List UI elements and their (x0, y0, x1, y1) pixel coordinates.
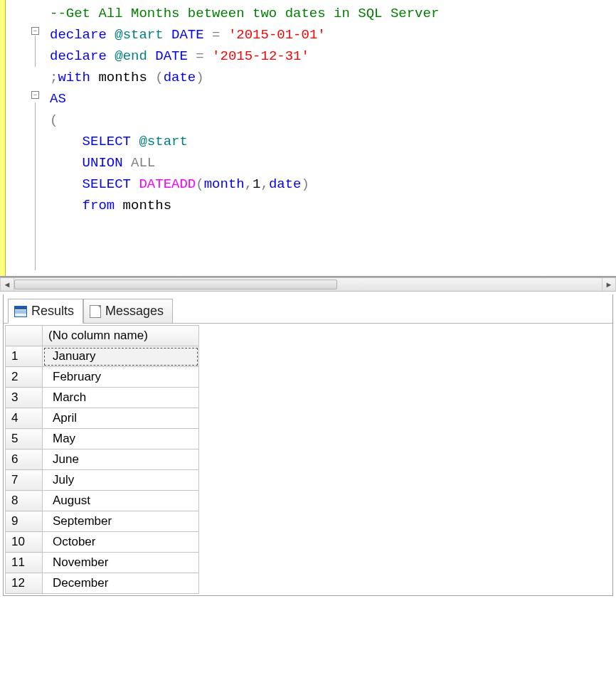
code-line[interactable]: declare @start DATE = '2015-01-01' (50, 24, 439, 46)
code-line[interactable]: --Get All Months between two dates in SQ… (50, 3, 439, 24)
grid-cell[interactable]: June (43, 449, 199, 470)
table-row[interactable]: 6June (6, 449, 199, 470)
code-token: months (90, 70, 155, 85)
grid-corner[interactable] (6, 326, 43, 346)
code-token: ; (50, 70, 58, 85)
table-row[interactable]: 1January (6, 346, 199, 367)
code-line[interactable]: UNION ALL (50, 152, 439, 174)
scroll-right-arrow-icon[interactable]: ► (602, 278, 616, 291)
code-token: , (245, 176, 253, 192)
code-token: declare (50, 27, 107, 43)
row-number[interactable]: 10 (6, 532, 43, 553)
table-icon (14, 306, 27, 317)
code-token: AS (50, 91, 66, 107)
code-token (50, 176, 83, 192)
grid-cell[interactable]: July (43, 470, 199, 491)
row-number[interactable]: 6 (6, 449, 43, 470)
code-token: SELECT (83, 134, 131, 149)
code-token: month (204, 176, 245, 192)
code-token (204, 48, 212, 64)
table-row[interactable]: 8August (6, 491, 199, 511)
row-number[interactable]: 7 (6, 470, 43, 491)
tab-messages-label: Messages (105, 304, 164, 319)
code-token: @start (131, 134, 188, 149)
code-token (50, 134, 83, 149)
code-token: declare (50, 48, 107, 64)
code-line[interactable]: AS (50, 88, 439, 110)
table-row[interactable]: 11November (6, 553, 199, 573)
code-token (204, 27, 212, 43)
grid-cell[interactable]: March (43, 388, 199, 408)
code-token: = (196, 48, 203, 64)
results-tabstrip: Results Messages (4, 294, 612, 324)
change-indicator-gutter (0, 0, 6, 276)
table-row[interactable]: 5May (6, 429, 199, 449)
fold-toggle-icon[interactable]: − (31, 27, 39, 35)
tab-messages[interactable]: Messages (83, 299, 173, 323)
table-row[interactable]: 9September (6, 511, 199, 532)
code-token: 1 (253, 176, 260, 192)
code-line[interactable]: declare @end DATE = '2015-12-31' (50, 46, 439, 67)
code-fold-margin: −− (6, 0, 37, 276)
table-row[interactable]: 10October (6, 532, 199, 553)
code-token: date (269, 176, 302, 192)
row-number[interactable]: 12 (6, 573, 43, 594)
code-token: DATE (171, 27, 204, 43)
code-line[interactable]: ;with months (date) (50, 67, 439, 88)
grid-cell[interactable]: August (43, 491, 199, 511)
editor-horizontal-scrollbar[interactable]: ◄ ► (0, 277, 616, 292)
code-token: with (58, 70, 90, 85)
code-token: --Get All Months between two dates in SQ… (50, 6, 439, 21)
page-icon (90, 305, 101, 318)
code-token: date (164, 70, 196, 85)
table-row[interactable]: 4April (6, 408, 199, 429)
grid-cell[interactable]: April (43, 408, 199, 429)
row-number[interactable]: 9 (6, 511, 43, 532)
code-text[interactable]: --Get All Months between two dates in SQ… (50, 3, 439, 216)
code-token: @end (107, 48, 155, 64)
table-row[interactable]: 12December (6, 573, 199, 594)
code-token: @start (107, 27, 171, 43)
sql-editor-pane[interactable]: −− --Get All Months between two dates in… (0, 0, 616, 277)
code-token: '2015-01-01' (228, 27, 326, 43)
code-token: from (83, 198, 115, 213)
row-number[interactable]: 2 (6, 367, 43, 388)
row-number[interactable]: 3 (6, 388, 43, 408)
code-token: , (261, 176, 269, 192)
table-row[interactable]: 2February (6, 367, 199, 388)
code-token: ( (50, 112, 58, 128)
row-number[interactable]: 4 (6, 408, 43, 429)
fold-toggle-icon[interactable]: − (31, 91, 39, 99)
tab-results[interactable]: Results (8, 299, 83, 324)
scroll-thumb[interactable] (14, 280, 337, 289)
code-token: SELECT (83, 176, 131, 192)
grid-cell[interactable]: October (43, 532, 199, 553)
grid-cell[interactable]: September (43, 511, 199, 532)
code-line[interactable]: SELECT @start (50, 131, 439, 152)
grid-cell[interactable]: May (43, 429, 199, 449)
code-token: ( (196, 176, 203, 192)
code-line[interactable]: from months (50, 195, 439, 216)
code-line[interactable]: ( (50, 110, 439, 131)
tab-results-label: Results (31, 304, 74, 319)
grid-cell[interactable]: February (43, 367, 199, 388)
row-number[interactable]: 1 (6, 346, 43, 367)
code-token: DATEADD (139, 176, 196, 192)
row-number[interactable]: 11 (6, 553, 43, 573)
scroll-left-arrow-icon[interactable]: ◄ (0, 278, 14, 291)
table-row[interactable]: 7July (6, 470, 199, 491)
results-grid[interactable]: (No column name) 1January2February3March… (5, 325, 199, 594)
code-token: ) (196, 70, 203, 85)
code-token: DATE (155, 48, 188, 64)
table-row[interactable]: 3March (6, 388, 199, 408)
row-number[interactable]: 8 (6, 491, 43, 511)
grid-cell[interactable]: December (43, 573, 199, 594)
scroll-track[interactable] (14, 278, 602, 291)
code-token (50, 198, 83, 213)
column-header[interactable]: (No column name) (43, 326, 199, 346)
grid-cell[interactable]: November (43, 553, 199, 573)
row-number[interactable]: 5 (6, 429, 43, 449)
grid-cell[interactable]: January (43, 346, 199, 367)
fold-line (35, 102, 36, 270)
code-line[interactable]: SELECT DATEADD(month,1,date) (50, 174, 439, 195)
